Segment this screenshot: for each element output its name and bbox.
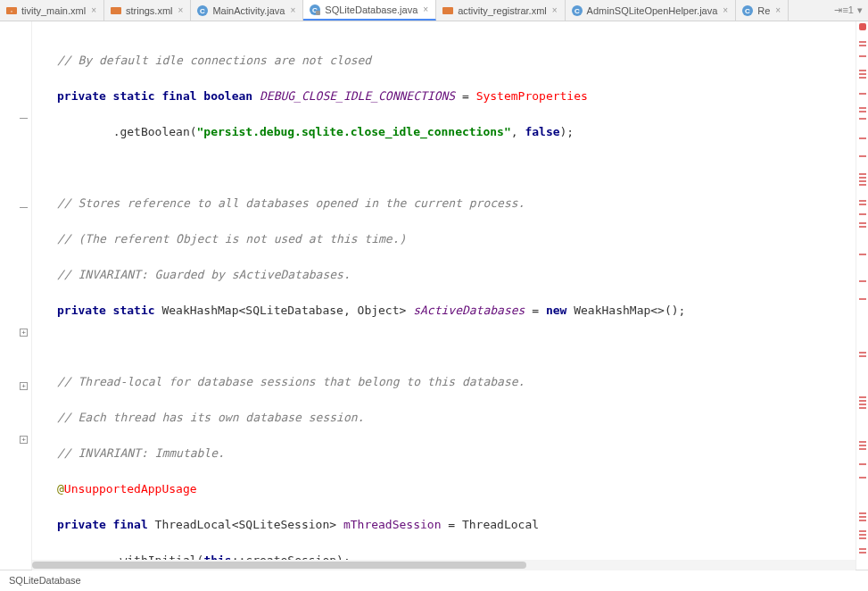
- error-mark[interactable]: [859, 177, 866, 179]
- fold-toggle[interactable]: +: [20, 329, 28, 337]
- analysis-indicator[interactable]: [859, 23, 866, 30]
- breadcrumb-bar[interactable]: SQLiteDatabase: [0, 570, 868, 590]
- java-class-icon: C: [741, 4, 754, 17]
- close-icon[interactable]: ×: [288, 5, 297, 15]
- tab-re[interactable]: C Re ×: [736, 0, 789, 21]
- error-mark[interactable]: [859, 396, 866, 398]
- error-mark[interactable]: [859, 355, 866, 357]
- close-icon[interactable]: ×: [773, 5, 782, 15]
- java-class-readonly-icon: C: [309, 4, 321, 16]
- svg-text:C: C: [200, 7, 205, 15]
- tab-label: tivity_main.xml: [21, 5, 86, 16]
- error-mark[interactable]: [859, 226, 866, 228]
- error-mark[interactable]: [859, 155, 866, 157]
- tab-mainactivity[interactable]: C MainActivity.java ×: [191, 0, 303, 21]
- tab-activity-registrar[interactable]: activity_registrar.xml ×: [436, 0, 565, 21]
- error-mark[interactable]: [859, 173, 866, 175]
- tab-adminsqlite[interactable]: C AdminSQLiteOpenHelper.java ×: [566, 0, 737, 21]
- error-mark[interactable]: [859, 352, 866, 354]
- error-mark[interactable]: [859, 537, 866, 539]
- error-mark[interactable]: [859, 516, 866, 518]
- error-mark[interactable]: [859, 204, 866, 205]
- error-mark[interactable]: [859, 400, 866, 402]
- error-mark[interactable]: [859, 534, 866, 536]
- error-mark[interactable]: [859, 448, 866, 450]
- error-mark[interactable]: [859, 280, 866, 282]
- error-mark[interactable]: [859, 184, 866, 186]
- java-class-icon: C: [196, 4, 209, 17]
- tab-label: Re: [757, 5, 770, 16]
- tab-label: activity_registrar.xml: [458, 5, 547, 16]
- error-mark[interactable]: [859, 552, 866, 554]
- svg-text:◦: ◦: [11, 8, 12, 14]
- error-mark[interactable]: [859, 445, 866, 446]
- fold-toggle[interactable]: +: [20, 382, 28, 390]
- tab-sqlitedatabase[interactable]: C SQLiteDatabase.java ×: [303, 0, 436, 21]
- fold-toggle[interactable]: +: [20, 436, 28, 444]
- error-mark[interactable]: [859, 70, 866, 71]
- tab-tivity-main[interactable]: ◦ tivity_main.xml ×: [0, 0, 104, 21]
- error-mark[interactable]: [859, 404, 866, 405]
- fold-line: [20, 207, 28, 208]
- error-mark[interactable]: [859, 520, 866, 521]
- xml-icon: [442, 4, 454, 17]
- code-comment: // By default idle connections are not c…: [57, 54, 371, 67]
- error-mark[interactable]: [859, 222, 866, 224]
- error-mark[interactable]: [859, 118, 866, 120]
- tab-label: strings.xml: [126, 5, 173, 16]
- close-icon[interactable]: ×: [550, 5, 559, 15]
- breadcrumb-item[interactable]: SQLiteDatabase: [9, 575, 81, 586]
- fold-line: [20, 118, 28, 119]
- error-mark[interactable]: [859, 530, 866, 532]
- svg-rect-2: [111, 7, 121, 14]
- editor-area: + + + // By default idle connections are…: [0, 21, 868, 570]
- tab-strings[interactable]: strings.xml ×: [104, 0, 191, 21]
- error-mark[interactable]: [859, 463, 866, 465]
- editor-tab-bar: ◦ tivity_main.xml × strings.xml × C Main…: [0, 0, 868, 21]
- error-mark[interactable]: [859, 45, 866, 46]
- xml-icon: ◦: [5, 4, 18, 17]
- tab-label: SQLiteDatabase.java: [325, 4, 417, 15]
- error-mark[interactable]: [859, 254, 866, 255]
- tab-label: MainActivity.java: [212, 5, 285, 16]
- error-mark[interactable]: [859, 407, 866, 409]
- close-icon[interactable]: ×: [721, 5, 730, 15]
- error-mark[interactable]: [859, 180, 866, 182]
- scrollbar-thumb[interactable]: [32, 562, 526, 569]
- error-mark[interactable]: [859, 213, 866, 215]
- error-mark[interactable]: [859, 93, 866, 95]
- error-mark[interactable]: [859, 512, 866, 514]
- error-mark[interactable]: [859, 441, 866, 443]
- error-mark[interactable]: [859, 548, 866, 550]
- error-mark[interactable]: [859, 111, 866, 112]
- tab-label: AdminSQLiteOpenHelper.java: [587, 5, 718, 16]
- error-mark[interactable]: [859, 137, 866, 139]
- tab-list-icon[interactable]: ⇥≡1: [834, 4, 854, 16]
- error-mark[interactable]: [859, 73, 866, 75]
- error-mark[interactable]: [859, 107, 866, 109]
- close-icon[interactable]: ×: [421, 4, 430, 14]
- horizontal-scrollbar[interactable]: [32, 560, 856, 570]
- xml-icon: [110, 4, 122, 17]
- error-mark[interactable]: [859, 200, 866, 202]
- code-editor[interactable]: // By default idle connections are not c…: [32, 21, 856, 570]
- tab-dropdown-icon[interactable]: ▾: [857, 4, 863, 16]
- gutter[interactable]: + + +: [0, 21, 32, 570]
- close-icon[interactable]: ×: [177, 5, 186, 15]
- tab-overflow[interactable]: ⇥≡1 ▾: [829, 0, 868, 21]
- error-mark[interactable]: [859, 298, 866, 300]
- svg-text:C: C: [745, 7, 750, 15]
- error-stripe[interactable]: [856, 21, 868, 570]
- error-mark[interactable]: [859, 55, 866, 57]
- error-mark[interactable]: [859, 477, 866, 479]
- svg-text:C: C: [575, 7, 580, 15]
- svg-rect-7: [316, 11, 320, 15]
- svg-rect-8: [442, 7, 453, 14]
- close-icon[interactable]: ×: [89, 5, 98, 15]
- error-mark[interactable]: [859, 41, 866, 43]
- java-class-icon: C: [571, 4, 583, 17]
- error-mark[interactable]: [859, 77, 866, 79]
